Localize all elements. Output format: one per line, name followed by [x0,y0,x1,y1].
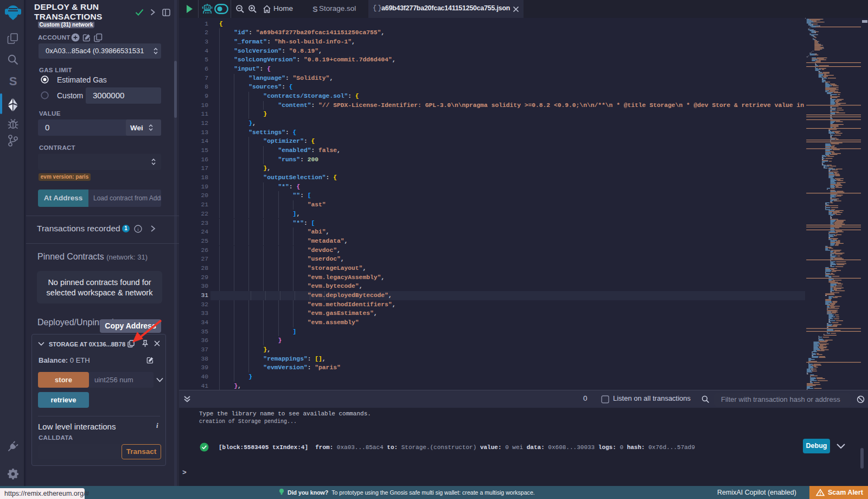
svg-text:i: i [137,226,139,232]
svg-text:S: S [9,74,17,88]
svg-text:S: S [312,5,317,14]
